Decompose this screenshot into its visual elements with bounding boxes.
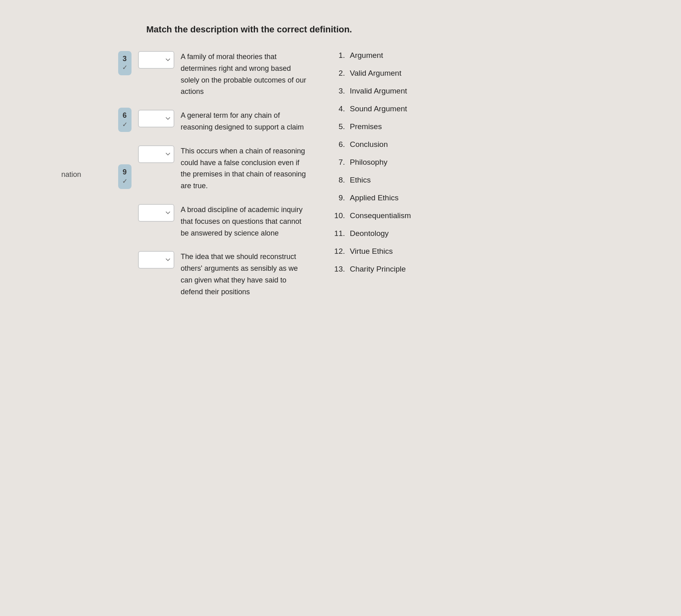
def-num-0: 1. bbox=[332, 51, 345, 60]
def-label-10: Deontology bbox=[350, 229, 389, 238]
dropdown-2[interactable]: 12345678910111213 bbox=[138, 145, 174, 163]
definition-item-0: 1.Argument bbox=[332, 51, 454, 60]
def-num-12: 13. bbox=[332, 265, 345, 274]
question-text-3: A broad discipline of academic inquiry t… bbox=[181, 204, 308, 239]
definition-item-2: 3.Invalid Argument bbox=[332, 87, 454, 96]
badge-0: 3✓ bbox=[118, 51, 132, 75]
definition-item-5: 6.Conclusion bbox=[332, 140, 454, 149]
question-text-2: This occurs when a chain of reasoning co… bbox=[181, 145, 308, 192]
def-num-9: 10. bbox=[332, 211, 345, 220]
def-label-4: Premises bbox=[350, 122, 382, 131]
question-row-2: 12345678910111213This occurs when a chai… bbox=[138, 145, 308, 192]
def-num-2: 3. bbox=[332, 87, 345, 96]
def-num-7: 8. bbox=[332, 176, 345, 185]
main-content: 3✓6✓9✓ 12345678910111213A family of mora… bbox=[118, 51, 454, 298]
definition-item-11: 12.Virtue Ethics bbox=[332, 247, 454, 256]
def-num-11: 12. bbox=[332, 247, 345, 256]
dropdown-4[interactable]: 12345678910111213 bbox=[138, 251, 174, 269]
badges-list: 3✓6✓9✓ bbox=[118, 51, 132, 221]
definition-item-8: 9.Applied Ethics bbox=[332, 193, 454, 202]
def-label-9: Consequentialism bbox=[350, 211, 411, 220]
def-num-8: 9. bbox=[332, 193, 345, 202]
def-label-11: Virtue Ethics bbox=[350, 247, 393, 256]
dropdown-1[interactable]: 12345678910111213 bbox=[138, 110, 174, 127]
def-num-4: 5. bbox=[332, 122, 345, 131]
question-row-1: 12345678910111213A general term for any … bbox=[138, 110, 308, 133]
dropdown-3[interactable]: 12345678910111213 bbox=[138, 204, 174, 222]
def-num-6: 7. bbox=[332, 158, 345, 167]
questions-column: 12345678910111213A family of moral theor… bbox=[138, 51, 308, 298]
def-label-8: Applied Ethics bbox=[350, 193, 399, 202]
definition-item-10: 11.Deontology bbox=[332, 229, 454, 238]
dropdown-0[interactable]: 12345678910111213 bbox=[138, 51, 174, 69]
definition-item-9: 10.Consequentialism bbox=[332, 211, 454, 220]
badges-column bbox=[82, 51, 106, 298]
def-label-2: Invalid Argument bbox=[350, 87, 407, 96]
definition-item-1: 2.Valid Argument bbox=[332, 69, 454, 78]
question-text-1: A general term for any chain of reasonin… bbox=[181, 110, 308, 133]
def-label-3: Sound Argument bbox=[350, 104, 407, 113]
def-num-1: 2. bbox=[332, 69, 345, 78]
def-label-7: Ethics bbox=[350, 176, 371, 185]
side-label: nation bbox=[62, 170, 81, 178]
def-label-1: Valid Argument bbox=[350, 69, 401, 78]
badge-2: 9✓ bbox=[118, 164, 132, 189]
definition-item-7: 8.Ethics bbox=[332, 176, 454, 185]
def-num-3: 4. bbox=[332, 104, 345, 113]
definition-item-12: 13.Charity Principle bbox=[332, 265, 454, 274]
def-num-10: 11. bbox=[332, 229, 345, 238]
page-container: Match the description with the correct d… bbox=[57, 16, 624, 306]
definitions-column: 1.Argument2.Valid Argument3.Invalid Argu… bbox=[332, 51, 454, 274]
definition-item-3: 4.Sound Argument bbox=[332, 104, 454, 113]
def-label-12: Charity Principle bbox=[350, 265, 406, 274]
question-text-4: The idea that we should reconstruct othe… bbox=[181, 251, 308, 297]
question-text-0: A family of moral theories that determin… bbox=[181, 51, 308, 98]
definition-item-6: 7.Philosophy bbox=[332, 158, 454, 167]
question-row-0: 12345678910111213A family of moral theor… bbox=[138, 51, 308, 98]
instruction-text: Match the description with the correct d… bbox=[146, 24, 600, 35]
def-label-5: Conclusion bbox=[350, 140, 388, 149]
def-label-0: Argument bbox=[350, 51, 383, 60]
def-num-5: 6. bbox=[332, 140, 345, 149]
question-row-3: 12345678910111213A broad discipline of a… bbox=[138, 204, 308, 239]
def-label-6: Philosophy bbox=[350, 158, 388, 167]
badge-1: 6✓ bbox=[118, 108, 132, 132]
question-row-4: 12345678910111213The idea that we should… bbox=[138, 251, 308, 297]
definition-item-4: 5.Premises bbox=[332, 122, 454, 131]
